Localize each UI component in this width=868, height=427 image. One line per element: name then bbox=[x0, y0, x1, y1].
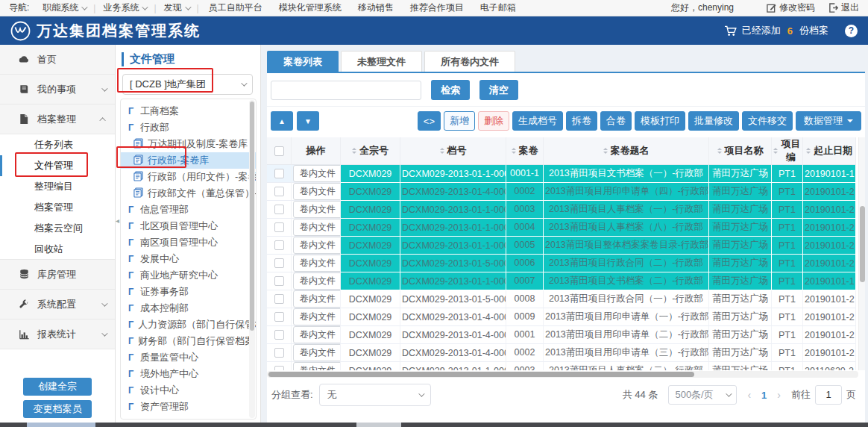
sidebar-item-warehouse[interactable]: 库房管理 bbox=[0, 260, 115, 290]
tree-item[interactable]: Γ 行政部（用印文件）-案卷库 bbox=[121, 169, 256, 185]
help-button[interactable]: ? bbox=[845, 25, 858, 37]
link-module-management[interactable]: 模块化管理系统 bbox=[279, 1, 342, 14]
expand-columns-button[interactable]: <> bbox=[418, 111, 441, 131]
prev-page-button[interactable]: ‹ bbox=[747, 389, 751, 401]
sort-icon[interactable] bbox=[806, 148, 811, 154]
in-volume-files-button[interactable]: 卷内文件 bbox=[293, 219, 341, 236]
move-up-button[interactable]: ▲ bbox=[271, 111, 293, 131]
split-volume-button[interactable]: 拆卷 bbox=[566, 111, 597, 131]
batch-edit-button[interactable]: 批量修改 bbox=[688, 111, 739, 131]
file-transfer-button[interactable]: 文件移交 bbox=[742, 111, 793, 131]
change-archivist-button[interactable]: 变更档案员 bbox=[23, 400, 92, 418]
sort-icon[interactable] bbox=[512, 148, 516, 154]
search-button[interactable]: 检索 bbox=[431, 80, 470, 100]
table-row[interactable]: 卷内文件 DCXM029 DCXM029-2013-01-1-0003 0003… bbox=[267, 362, 856, 370]
menu-function-systems[interactable]: 职能系统 bbox=[43, 1, 86, 14]
search-input[interactable] bbox=[271, 81, 421, 100]
row-checkbox[interactable] bbox=[274, 348, 284, 358]
tree-item[interactable]: Γ 万达期刊及制度-案卷库 bbox=[121, 136, 256, 152]
tree-item[interactable]: Γ 发展中心 bbox=[121, 251, 256, 267]
sort-icon[interactable] bbox=[603, 148, 608, 154]
menu-discover[interactable]: 发现 bbox=[164, 1, 189, 14]
table-row[interactable]: 卷内文件 DCXM029 DCXM029-2013-01-1-0004 0004… bbox=[267, 219, 856, 237]
logout-button[interactable]: 退出 bbox=[828, 1, 859, 14]
row-checkbox[interactable] bbox=[274, 222, 284, 232]
row-checkbox[interactable] bbox=[274, 366, 284, 370]
table-row[interactable]: 卷内文件 DCXM029 DCXM029-2013-01-5-0008 0008… bbox=[267, 290, 856, 308]
menu-business-systems[interactable]: 业务系统 bbox=[103, 1, 146, 14]
change-password-button[interactable]: 修改密码 bbox=[767, 1, 815, 14]
sidebar-item-catalog[interactable]: 整理编目 bbox=[0, 176, 115, 197]
sidebar-item-archive-arrange[interactable]: 档案整理 bbox=[0, 105, 115, 134]
sort-icon[interactable] bbox=[717, 148, 722, 154]
merge-volume-button[interactable]: 合卷 bbox=[600, 111, 632, 131]
generate-file-number-button[interactable]: 生成档号 bbox=[512, 111, 563, 131]
sidebar-item-archive-cloud[interactable]: 档案云空间 bbox=[0, 218, 115, 239]
sidebar-item-recycle-bin[interactable]: 回收站 bbox=[0, 239, 115, 260]
vertical-scrollbar[interactable] bbox=[858, 137, 865, 370]
tab-unarranged-files[interactable]: 未整理文件 bbox=[341, 51, 422, 72]
in-volume-files-button[interactable]: 卷内文件 bbox=[293, 165, 341, 182]
in-volume-files-button[interactable]: 卷内文件 bbox=[293, 344, 341, 361]
in-volume-files-button[interactable]: 卷内文件 bbox=[293, 183, 341, 200]
table-row[interactable]: 卷内文件 DCXM029 DCXM029-2013-01-1-0005 0005… bbox=[267, 237, 856, 255]
tree-item[interactable]: Γ 财务部（部门自行保管档案） bbox=[121, 333, 256, 349]
row-checkbox[interactable] bbox=[274, 330, 284, 340]
tree-item[interactable]: Γ 证券事务部 bbox=[121, 284, 256, 300]
table-row[interactable]: 卷内文件 DCXM029 DCXM029-2013-01-1-0001-1 00… bbox=[267, 165, 856, 183]
template-print-button[interactable]: 模板打印 bbox=[635, 111, 685, 131]
collapse-panel-handle[interactable]: ◂ bbox=[116, 215, 122, 227]
select-all-checkbox[interactable] bbox=[274, 146, 284, 156]
link-email[interactable]: 电子邮箱 bbox=[480, 1, 516, 14]
create-fonds-button[interactable]: 创建全宗 bbox=[23, 378, 92, 396]
clear-button[interactable]: 清空 bbox=[479, 80, 518, 100]
sidebar-item-archive-management[interactable]: 档案管理 bbox=[0, 197, 115, 218]
tree-item[interactable]: Γ 行政部文件（董总保管）-案卷库 bbox=[121, 185, 256, 202]
row-checkbox[interactable] bbox=[274, 187, 284, 196]
in-volume-files-button[interactable]: 卷内文件 bbox=[293, 237, 341, 254]
table-row[interactable]: 卷内文件 DCXM029 DCXM029-2013-01-4-0001 0001… bbox=[267, 326, 856, 344]
tab-all-in-volume-files[interactable]: 所有卷内文件 bbox=[424, 51, 515, 72]
add-button[interactable]: 新增 bbox=[444, 111, 475, 131]
page-size-select[interactable]: 500条/页 bbox=[668, 385, 737, 405]
sidebar-item-reports[interactable]: 报表统计 bbox=[0, 320, 115, 349]
tree-item[interactable]: Γ 行政部 bbox=[121, 119, 256, 136]
tree-scrollbar[interactable] bbox=[249, 100, 255, 418]
in-volume-files-button[interactable]: 卷内文件 bbox=[293, 362, 341, 370]
row-checkbox[interactable] bbox=[274, 294, 284, 304]
goto-page-input[interactable]: 1 bbox=[815, 385, 842, 405]
data-management-dropdown[interactable]: 数据管理 bbox=[796, 111, 861, 131]
sort-icon[interactable] bbox=[440, 148, 444, 154]
row-checkbox[interactable] bbox=[274, 258, 284, 268]
row-checkbox[interactable] bbox=[274, 240, 284, 250]
sidebar-item-file-management[interactable]: 文件管理 bbox=[0, 155, 115, 176]
table-row[interactable]: 卷内文件 DCXM029 DCXM029-2013-01-1-0003 0003… bbox=[267, 201, 856, 219]
fonds-select[interactable]: [ DCZB ]地产集团 bbox=[122, 74, 253, 95]
row-checkbox[interactable] bbox=[274, 169, 284, 178]
link-mobile-sales[interactable]: 移动销售 bbox=[358, 1, 394, 14]
in-volume-files-button[interactable]: 卷内文件 bbox=[293, 272, 341, 290]
in-volume-files-button[interactable]: 卷内文件 bbox=[293, 255, 341, 272]
link-employee-portal[interactable]: 员工自助平台 bbox=[209, 1, 262, 14]
tree-item[interactable]: Γ 资产管理部 bbox=[121, 399, 256, 415]
table-row[interactable]: 卷内文件 DCXM029 DCXM029-2013-01-4-0009 0009… bbox=[267, 308, 856, 326]
archive-cart-button[interactable]: 已经添加6份档案 bbox=[724, 24, 828, 37]
in-volume-files-button[interactable]: 卷内文件 bbox=[293, 290, 341, 308]
tree-item[interactable]: Γ 设计中心 bbox=[121, 382, 256, 399]
next-page-button[interactable]: › bbox=[777, 389, 781, 401]
sort-icon[interactable] bbox=[773, 148, 778, 154]
sidebar-item-system-config[interactable]: 系统配置 bbox=[0, 290, 115, 320]
tree-item[interactable]: Γ 境外地产中心 bbox=[121, 366, 256, 382]
row-checkbox[interactable] bbox=[274, 205, 284, 214]
in-volume-files-button[interactable]: 卷内文件 bbox=[293, 308, 341, 325]
link-recommend-project[interactable]: 推荐合作项目 bbox=[410, 1, 464, 14]
tab-volume-list[interactable]: 案卷列表 bbox=[267, 51, 339, 72]
sort-icon[interactable] bbox=[352, 148, 356, 154]
table-row[interactable]: 卷内文件 DCXM029 DCXM029-2013-01-4-0002 0002… bbox=[267, 344, 856, 362]
tree-item[interactable]: Γ 北区项目管理中心 bbox=[121, 218, 256, 234]
tree-item[interactable]: Γ 行政部-案卷库 bbox=[121, 152, 256, 169]
table-row[interactable]: 卷内文件 DCXM029 DCXM029-2013-01-5-0006 0006… bbox=[267, 255, 856, 272]
current-page[interactable]: 1 bbox=[761, 390, 767, 401]
tree-item[interactable]: Γ 商业地产研究中心 bbox=[121, 267, 256, 284]
row-checkbox[interactable] bbox=[274, 312, 284, 322]
